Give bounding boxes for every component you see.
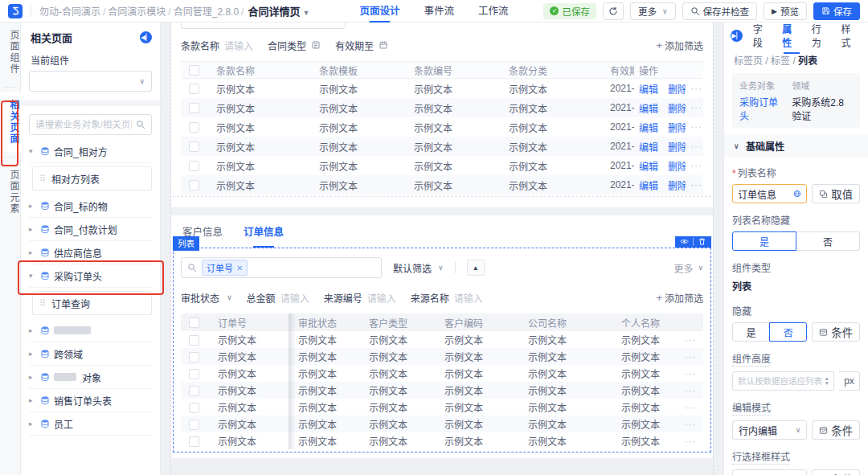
row-more-icon[interactable]: ··· [673, 385, 705, 396]
tab-workflow[interactable]: 工作流 [478, 0, 509, 23]
breadcrumb-item[interactable]: 勿动-合同演示 [39, 6, 100, 18]
edit-link[interactable]: 编辑 [639, 101, 658, 115]
hidden-condition-button[interactable]: 条件 [812, 322, 860, 342]
row-more-icon[interactable]: ··· [686, 102, 705, 113]
tree-item-order-query[interactable]: ⠿ 订单查询 [32, 291, 152, 315]
filter-approval-status[interactable]: 审批状态 ∨ [181, 291, 232, 305]
component-type-tag[interactable]: 列表 [173, 236, 199, 251]
chevron-down-icon[interactable]: ▼ [302, 9, 309, 17]
row-more-icon[interactable]: ··· [686, 160, 705, 171]
row-checkbox[interactable] [189, 161, 199, 171]
stepper-icons[interactable]: ▲▼ [821, 376, 832, 386]
tab-behavior[interactable]: 行为 [812, 23, 831, 54]
filter-valid-until[interactable]: 有效期至 [335, 39, 388, 52]
row-more-icon[interactable]: ··· [686, 141, 705, 152]
more-button[interactable]: 更多 ∨ [630, 2, 676, 20]
tree-group-employee[interactable]: ▸ 员工 [29, 412, 152, 436]
breadcrumb-item[interactable]: 合同演示模块 [108, 6, 166, 18]
row-checkbox[interactable] [189, 403, 199, 413]
trash-icon[interactable] [698, 237, 706, 246]
rail-item-page-components[interactable]: 页面组件 [0, 23, 21, 82]
current-component-select[interactable]: ∨ [29, 71, 152, 92]
tree-group-cross-domain[interactable]: ▸ 跨领域 [29, 342, 152, 366]
height-field[interactable] [738, 376, 821, 386]
list-name-field[interactable] [738, 188, 790, 199]
globe-i18n-icon[interactable] [793, 189, 801, 199]
edit-link[interactable]: 编辑 [639, 82, 658, 96]
toggle-no[interactable]: 否 [796, 231, 860, 251]
order-search-input[interactable]: 订单号 ✕ [181, 257, 382, 278]
default-filter-select[interactable]: 默认筛选 ∨ [393, 261, 444, 275]
row-more-icon[interactable]: ··· [673, 402, 705, 413]
row-more-icon[interactable]: ··· [673, 436, 705, 447]
clause-section[interactable]: 条款名称 请输入 合同类型 有效期至 [171, 23, 713, 207]
edit-link[interactable]: 编辑 [639, 121, 658, 134]
tab-order-info[interactable]: 订单信息 [244, 223, 284, 243]
breadcrumb-item[interactable]: 标签 [771, 55, 790, 67]
tree-group-contract-subject[interactable]: ▸ 合同_标的物 [29, 195, 152, 218]
save-and-check-button[interactable]: 保存并检查 [682, 2, 758, 20]
row-checkbox[interactable] [189, 436, 199, 447]
tree-group-object[interactable]: ▸ 对象 [29, 366, 152, 389]
height-input[interactable]: ▲▼ [732, 371, 834, 391]
panel-collapse-icon[interactable]: ▶▏ [731, 30, 743, 42]
tab-properties[interactable]: 属性 [782, 23, 801, 54]
delete-link[interactable]: 删除 [668, 159, 686, 173]
panel-collapse-icon[interactable]: ◀▏ [140, 31, 152, 43]
tab-page-design[interactable]: 页面设计 [359, 0, 399, 23]
toggle-no[interactable]: 否 [769, 322, 807, 342]
tree-item-counterparty-list[interactable]: ⠿ 相对方列表 [32, 166, 152, 190]
eye-icon[interactable] [680, 237, 689, 246]
close-icon[interactable]: ✕ [236, 264, 243, 272]
rail-item-related-pages[interactable]: 相关页面 [0, 92, 21, 152]
row-select-style-select[interactable]: 多选框 ∨ [732, 469, 807, 475]
select-all-checkbox[interactable] [189, 317, 199, 328]
toggle-yes[interactable]: 是 [732, 322, 770, 342]
preview-button[interactable]: ▶ 预览 [764, 2, 807, 20]
tab-style[interactable]: 样式 [841, 23, 860, 54]
row-checkbox[interactable] [189, 141, 199, 152]
row-checkbox[interactable] [189, 420, 199, 430]
delete-link[interactable]: 删除 [668, 82, 686, 96]
row-checkbox[interactable] [189, 369, 199, 379]
clipped-input[interactable] [181, 23, 346, 29]
edit-mode-select[interactable]: 行内编辑 ∨ [732, 420, 807, 440]
tree-group-redacted[interactable]: ▸ [29, 319, 152, 342]
row-more-icon[interactable]: ··· [673, 351, 705, 362]
save-button[interactable]: 保存 [813, 2, 860, 20]
select-all-checkbox[interactable] [189, 65, 199, 76]
page-title[interactable]: 合同详情页 [248, 6, 300, 18]
tab-fields[interactable]: 字段 [753, 23, 772, 54]
filter-source-name[interactable]: 来源名称 请输入 [411, 291, 483, 305]
order-section[interactable]: 客户信息 订单信息 列表 [171, 215, 713, 458]
rail-item-page-elements[interactable]: 页面元素 [0, 162, 21, 222]
toggle-yes[interactable]: 是 [732, 231, 796, 251]
tree-group-contract-counterparty[interactable]: ▾ 合同_相对方 [29, 140, 152, 163]
get-value-button[interactable]: 取值 [812, 184, 860, 203]
row-more-icon[interactable]: ··· [686, 83, 705, 94]
add-filter-button[interactable]: + 添加筛选 [656, 39, 703, 52]
tree-group-purchase-order-header[interactable]: ▾ 采购订单头 [29, 264, 152, 288]
collapse-filters-button[interactable]: ▲ [467, 260, 485, 276]
tree-group-sales-order-header[interactable]: ▸ 销售订单头表 [29, 389, 152, 412]
edit-link[interactable]: 编辑 [639, 178, 658, 192]
row-checkbox[interactable] [189, 386, 199, 396]
edit-link[interactable]: 编辑 [639, 159, 658, 173]
app-logo[interactable] [8, 4, 23, 18]
row-checkbox[interactable] [189, 335, 199, 346]
row-checkbox[interactable] [189, 352, 199, 362]
delete-link[interactable]: 删除 [668, 121, 686, 134]
list-name-input[interactable] [732, 184, 807, 203]
delete-link[interactable]: 删除 [668, 140, 686, 154]
edit-link[interactable]: 编辑 [639, 140, 658, 154]
row-checkbox[interactable] [189, 103, 199, 113]
tree-group-supplier-info[interactable]: ▸ 供应商信息 [29, 241, 152, 264]
edit-mode-condition-button[interactable]: 条件 [812, 420, 860, 440]
search-input[interactable] [35, 120, 132, 129]
refresh-button[interactable] [603, 2, 624, 20]
breadcrumb-item[interactable]: 标签页 [734, 55, 763, 67]
row-more-icon[interactable]: ··· [673, 334, 705, 346]
tree-group-payment-plan[interactable]: ▸ 合同_付款计划 [29, 218, 152, 241]
add-filter-button[interactable]: + 添加筛选 [656, 291, 703, 305]
breadcrumb-item[interactable]: 合同管理_2.8.0 [174, 6, 239, 18]
